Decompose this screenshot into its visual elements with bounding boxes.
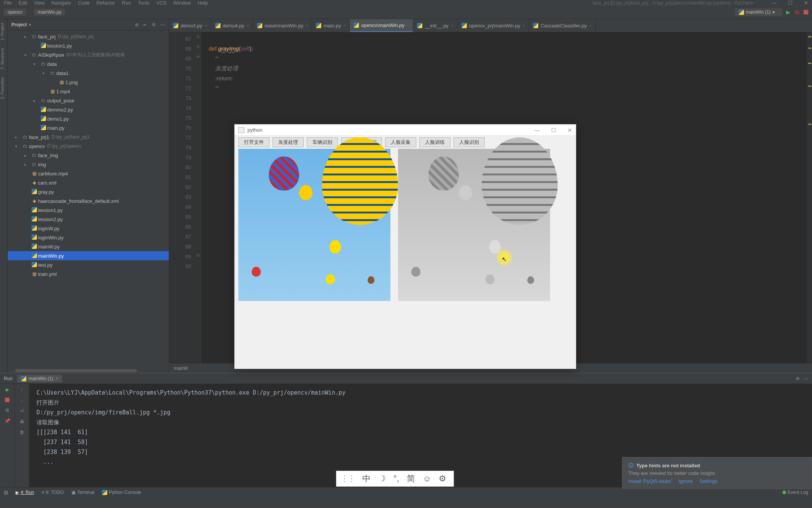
close-icon[interactable]: ✕: [804, 0, 808, 6]
ime-punct-button[interactable]: °,: [393, 474, 399, 484]
fold-icon[interactable]: ⊖: [197, 35, 200, 39]
run-button[interactable]: ▶: [786, 9, 790, 15]
close-icon[interactable]: ×: [343, 23, 346, 28]
fold-icon[interactable]: ⊖: [197, 45, 200, 49]
close-icon[interactable]: ×: [451, 23, 453, 28]
print-icon[interactable]: 🖶: [20, 419, 24, 424]
run-tab[interactable]: mainWin (1) ×: [17, 375, 62, 382]
stop-button[interactable]: [5, 398, 10, 402]
project-tree[interactable]: ▸🗀face_prjD:\py_prj\face_prjlession1.py▾…: [8, 30, 169, 368]
editor-tab[interactable]: opencv_prj\mainWin.py×: [458, 19, 530, 32]
vehicle-detect-button[interactable]: 车辆识别: [307, 137, 338, 147]
tree-item[interactable]: demmo2.py: [8, 105, 169, 114]
rerun-button[interactable]: ▶: [6, 387, 9, 392]
editor-tab[interactable]: main.py×: [312, 19, 350, 32]
tree-item[interactable]: ◈haarcascade_frontalface_default.xml: [8, 196, 169, 205]
tree-item[interactable]: ▦1.png: [8, 78, 169, 87]
fold-icon[interactable]: ⊖: [197, 54, 200, 59]
tree-item[interactable]: ▸🗀output_pose: [8, 96, 169, 105]
grayscale-button[interactable]: 灰度处理: [273, 137, 304, 147]
menu-vcs[interactable]: VCS: [156, 0, 167, 6]
tree-item[interactable]: gray.py: [8, 187, 169, 196]
menu-refactor[interactable]: Refactor: [97, 0, 115, 6]
menu-tools[interactable]: Tools: [138, 0, 149, 6]
close-icon[interactable]: ×: [247, 23, 249, 28]
python-console-tool-tab[interactable]: Python Console: [102, 490, 141, 495]
editor-tab[interactable]: CascadeClassifier.py×: [529, 19, 596, 32]
menu-window[interactable]: Window: [173, 0, 191, 6]
breadcrumb-class[interactable]: mainW: [174, 366, 188, 371]
collapse-icon[interactable]: ⇤: [143, 22, 147, 27]
tree-item[interactable]: ▦carMove.mp4: [8, 169, 169, 178]
warning-marker[interactable]: [808, 63, 811, 64]
ime-mode-button[interactable]: ☽: [378, 474, 386, 484]
tree-item[interactable]: ▾🗀data: [8, 59, 169, 68]
close-icon[interactable]: ×: [205, 23, 207, 28]
tree-item[interactable]: main.py: [8, 123, 169, 132]
maximize-icon[interactable]: ☐: [788, 0, 793, 6]
tree-item[interactable]: ▾🗀AISkipRpoeD:\华为\人工智能案例\AI跳绳: [8, 50, 169, 59]
up-icon[interactable]: ↑: [21, 387, 23, 392]
menu-edit[interactable]: Edit: [19, 0, 27, 6]
editor-tab[interactable]: opencv\mainWin.py×: [350, 19, 413, 32]
terminal-tool-tab[interactable]: ▣Terminal: [71, 490, 94, 495]
tree-item[interactable]: lession2.py: [8, 215, 169, 224]
warning-marker[interactable]: [808, 86, 811, 87]
menu-run[interactable]: Run: [122, 0, 131, 6]
ime-settings-button[interactable]: ⚙: [439, 474, 446, 484]
wrap-icon[interactable]: ⏎: [20, 408, 24, 414]
editor-tab[interactable]: __init__.py×: [413, 19, 457, 32]
tree-item[interactable]: loginW.py: [8, 224, 169, 233]
close-icon[interactable]: ×: [56, 376, 58, 381]
editor-tab[interactable]: wave\mainWin.py×: [253, 19, 312, 32]
down-icon[interactable]: ↓: [21, 398, 23, 403]
settings-link[interactable]: Settings: [699, 478, 717, 484]
ime-lang-button[interactable]: 中: [362, 473, 371, 484]
tree-item[interactable]: mainW.py: [8, 242, 169, 251]
tree-item[interactable]: ◈cars.xml: [8, 178, 169, 187]
fold-icon[interactable]: ⊟: [197, 253, 200, 257]
hide-icon[interactable]: —: [804, 376, 808, 381]
warning-marker[interactable]: [808, 124, 811, 125]
editor-tab[interactable]: demo4.py×: [211, 19, 254, 32]
horizontal-scrollbar[interactable]: [8, 368, 169, 373]
warning-marker[interactable]: [808, 36, 811, 37]
tree-item[interactable]: ▸🗀img: [8, 160, 169, 169]
todo-tool-tab[interactable]: ≡6: TODO: [41, 490, 64, 495]
close-icon[interactable]: ×: [589, 23, 592, 28]
close-icon[interactable]: ×: [306, 23, 308, 28]
chevron-down-icon[interactable]: ▾: [29, 22, 31, 27]
face-recognize-button[interactable]: 人脸识别: [454, 137, 485, 147]
gear-icon[interactable]: ⚙: [152, 22, 156, 27]
menu-help[interactable]: Help: [198, 0, 208, 6]
pin-icon[interactable]: 📌: [5, 418, 10, 424]
event-log-button[interactable]: Event Log: [782, 490, 808, 495]
tree-item[interactable]: ▸🗀face_prjD:\py_prj\face_prj: [8, 32, 169, 41]
tree-item[interactable]: ▸🗀face_img: [8, 151, 169, 160]
tree-item[interactable]: lession1.py: [8, 205, 169, 215]
editor-tab[interactable]: demo3.py×: [169, 19, 211, 32]
stop-button[interactable]: [804, 10, 808, 14]
tree-item[interactable]: ▾🗀opencvD:\py_prj\opencv: [8, 142, 169, 151]
menu-navigate[interactable]: Navigate: [51, 0, 71, 6]
install-link[interactable]: Install 'PyQt5-stubs': [628, 478, 672, 484]
face-collect-button[interactable]: 人脸采集: [385, 137, 416, 147]
face-train-button[interactable]: 人脸训练: [419, 137, 450, 147]
close-icon[interactable]: ×: [407, 23, 409, 27]
tree-item[interactable]: mainWin.py: [8, 251, 169, 260]
trash-icon[interactable]: 🗑: [20, 430, 24, 435]
debug-button[interactable]: 🐞: [794, 10, 800, 15]
fold-gutter[interactable]: ⊖ ⊖ ⊖ ⊟: [196, 32, 201, 363]
hide-icon[interactable]: —: [160, 22, 165, 27]
warning-marker[interactable]: [808, 48, 811, 49]
tree-item[interactable]: ▸🗀face_prj1D:\py_prj\face_prj1: [8, 132, 169, 142]
minimize-icon[interactable]: —: [772, 0, 777, 6]
close-icon[interactable]: ✕: [568, 127, 572, 133]
app-titlebar[interactable]: python — ☐ ✕: [235, 124, 576, 136]
gear-icon[interactable]: ⚙: [796, 376, 800, 381]
tree-item[interactable]: lession1.py: [8, 41, 169, 50]
open-file-button[interactable]: 打开文件: [238, 137, 270, 147]
tree-item[interactable]: ▦train.yml: [8, 269, 169, 279]
breadcrumb-item[interactable]: opencv: [4, 9, 26, 16]
close-icon[interactable]: ×: [523, 23, 525, 28]
